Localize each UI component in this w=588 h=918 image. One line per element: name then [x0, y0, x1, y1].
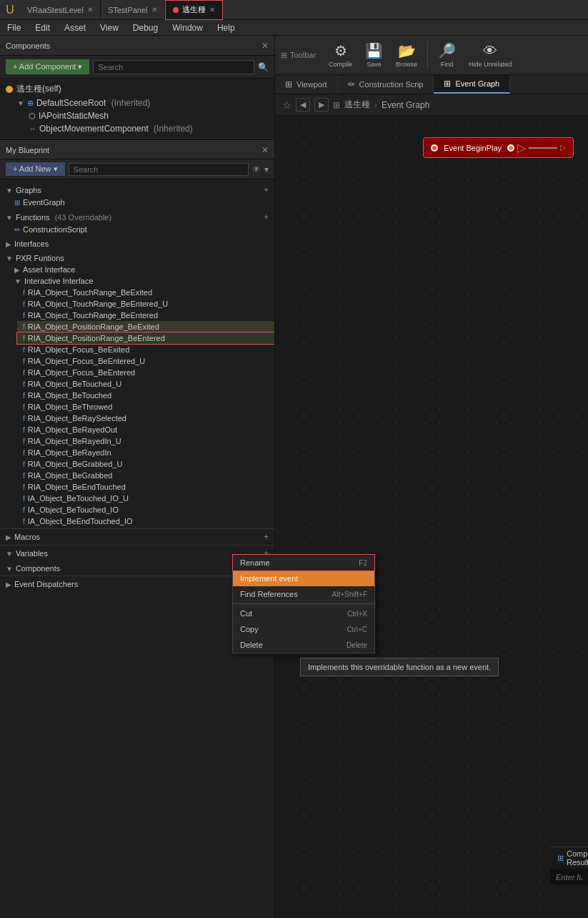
tab-event-graph[interactable]: ⊞ Event Graph [434, 75, 510, 94]
fn-ia-be-touched-io[interactable]: f IA_Object_BeTouched_IO [17, 504, 274, 515]
tab-escape[interactable]: 逃生種 ✕ [165, 0, 223, 20]
fn-pos-range-entered[interactable]: f RIA_Object_PositionRange_BeEntered [17, 332, 274, 344]
components-search-icon[interactable]: 🔍 [258, 62, 269, 72]
node-pin-in [431, 144, 438, 152]
event-graph-label: EventGraph [23, 198, 65, 207]
ctx-rename[interactable]: Rename F2 [233, 555, 374, 571]
interactive-interface-label: Interactive Interface [24, 277, 94, 285]
construction-script-item[interactable]: ✏ ConstructionScript [9, 224, 274, 235]
breadcrumb-root[interactable]: 逃生種 [344, 99, 370, 111]
menu-help[interactable]: Help [210, 20, 242, 36]
asset-interface-header[interactable]: ▶ Asset Interface [9, 264, 274, 275]
save-button[interactable]: 💾 Save [359, 39, 389, 71]
browse-button[interactable]: 📂 Browse [390, 39, 423, 71]
components-close-btn[interactable]: ✕ [261, 41, 269, 51]
eye-icon[interactable]: 👁 [252, 164, 261, 174]
fn-be-touched-u[interactable]: f RIA_Object_BeTouched_U [17, 378, 274, 390]
fn-be-ray-selected[interactable]: f RIA_Object_BeRaySelected [17, 413, 274, 424]
toolbar: ⊞ Toolbar ⚙ Compile 💾 Save 📂 Browse 🔎 Fi… [275, 36, 588, 75]
tab-close-stest[interactable]: ✕ [151, 6, 157, 14]
compiler-results-tab[interactable]: ⊞ Compiler Results [550, 847, 588, 869]
ctx-delete-shortcut: Delete [347, 641, 367, 649]
fn-ia-be-end-touched-io[interactable]: f IA_Object_BeEndTouched_IO [17, 515, 274, 527]
tab-construction-script[interactable]: ✏ Construction Scrip [338, 76, 434, 93]
fn-focus-exited[interactable]: f RIA_Object_Focus_BeExited [17, 344, 274, 355]
menu-view[interactable]: View [93, 20, 126, 36]
ctx-implement-event[interactable]: Implement event [233, 571, 374, 586]
ctx-copy[interactable]: Copy Ctrl+C [233, 621, 374, 637]
tree-item-default-scene-root[interactable]: ▼ ⊕ DefaultSceneRoot (Inherited) [17, 97, 269, 109]
fn-ia-be-touched-io-u[interactable]: f IA_Object_BeTouched_IO_U [17, 493, 274, 504]
ctx-rename-label: Rename [240, 558, 270, 567]
breadcrumb-event-graph[interactable]: Event Graph [382, 100, 429, 110]
forward-button[interactable]: ▶ [314, 98, 329, 112]
bottom-tabs: ⊞ Compiler Results 🔎 Find Results ✕ [550, 847, 588, 869]
fn-be-grabbed-u[interactable]: f RIA_Object_BeGrabbed_U [17, 458, 274, 470]
canvas[interactable]: Event BeginPlay ▷ ▷ [275, 116, 588, 918]
interfaces-header[interactable]: ▶ Interfaces [0, 238, 274, 250]
blueprint-close-btn[interactable]: ✕ [261, 145, 269, 155]
back-button[interactable]: ◀ [296, 98, 310, 112]
fn-focus-entered-u[interactable]: f RIA_Object_Focus_BeEntered_U [17, 355, 274, 367]
add-component-button[interactable]: + Add Component ▾ [6, 59, 89, 74]
star-icon[interactable]: ☆ [282, 99, 291, 111]
menu-window[interactable]: Window [165, 20, 210, 36]
graphs-header[interactable]: ▼ Graphs + [0, 184, 274, 197]
components-search-input[interactable] [93, 60, 254, 74]
fn-be-rayed-out[interactable]: f RIA_Object_BeRayedOut [17, 424, 274, 435]
fn-label-1: RIA_Object_TouchRange_BeExited [28, 288, 152, 297]
functions-header[interactable]: ▼ Functions (43 Overridable) + [0, 211, 274, 224]
functions-add-icon[interactable]: + [264, 212, 269, 222]
blueprint-search-input[interactable] [69, 163, 249, 176]
interactive-interface-header[interactable]: ▼ Interactive Interface [9, 275, 274, 287]
fn-icon-11: f [23, 403, 25, 411]
interactive-collapse-icon: ▼ [14, 277, 21, 285]
ctx-cut[interactable]: Cut Ctrl+X [233, 606, 374, 621]
pxr-section: ▼ PXR Funtions ▶ Asset Interface ▼ Inter… [0, 251, 274, 528]
fn-be-grabbed[interactable]: f RIA_Object_BeGrabbed [17, 470, 274, 481]
tab-close-vr[interactable]: ✕ [87, 6, 93, 14]
ctx-delete[interactable]: Delete Delete [233, 637, 374, 653]
menu-file[interactable]: File [0, 20, 28, 36]
fn-be-rayed-in-u[interactable]: f RIA_Object_BeRayedIn_U [17, 435, 274, 447]
left-panel: Components ✕ + Add Component ▾ 🔍 逃生種(sel… [0, 36, 275, 918]
menu-edit[interactable]: Edit [28, 20, 57, 36]
tree-item-movement[interactable]: ↔ ObjectMovementComponent (Inherited) [29, 122, 269, 135]
compile-button[interactable]: ⚙ Compile [323, 39, 358, 71]
menu-debug[interactable]: Debug [126, 20, 165, 36]
tab-label-escape: 逃生種 [182, 4, 206, 15]
pxr-header[interactable]: ▼ PXR Funtions [0, 252, 274, 264]
tab-s-test-panel[interactable]: STestPanel ✕ [101, 0, 165, 20]
fn-label-5: RIA_Object_PositionRange_BeEntered [28, 334, 165, 342]
ctx-copy-label: Copy [240, 625, 259, 633]
hide-unrelated-button[interactable]: 👁 Hide Unrelated [463, 40, 517, 71]
find-references-input[interactable] [550, 869, 588, 885]
fn-be-throwed[interactable]: f RIA_Object_BeThrowed [17, 401, 274, 413]
macros-header[interactable]: ▶ Macros + [0, 530, 274, 543]
add-new-button[interactable]: + Add New ▾ [6, 162, 65, 176]
tab-close-escape[interactable]: ✕ [209, 6, 215, 14]
fn-focus-entered[interactable]: f RIA_Object_Focus_BeEntered [17, 367, 274, 378]
functions-section: ▼ Functions (43 Overridable) + ✏ Constru… [0, 209, 274, 237]
interfaces-collapse-icon: ▶ [6, 240, 11, 248]
node-exec-out: ▷ ▷ [507, 141, 566, 154]
find-button[interactable]: 🔎 Find [432, 39, 462, 71]
tab-vr-level[interactable]: VRaaStestLevel ✕ [20, 0, 101, 20]
bp-components-label: Components [16, 564, 60, 573]
macros-add-icon[interactable]: + [264, 532, 269, 542]
menu-asset[interactable]: Asset [57, 20, 93, 36]
toolbar-title: ⊞ Toolbar [281, 51, 316, 60]
fn-touch-range-entered-u[interactable]: f RIA_Object_TouchRange_BeEntered_U [17, 298, 274, 310]
filter-icon[interactable]: ▾ [264, 164, 269, 174]
fn-be-touched[interactable]: f RIA_Object_BeTouched [17, 390, 274, 401]
tab-viewport[interactable]: ⊞ Viewport [275, 76, 338, 93]
fn-pos-range-exited[interactable]: f RIA_Object_PositionRange_BeExited [17, 321, 274, 332]
fn-be-rayed-in[interactable]: f RIA_Object_BeRayedIn [17, 447, 274, 458]
fn-touch-range-exited[interactable]: f RIA_Object_TouchRange_BeExited [17, 287, 274, 298]
tree-item-ia-point[interactable]: ⬡ IAPointStaticMesh [29, 109, 269, 122]
event-graph-item[interactable]: ⊞ EventGraph [9, 197, 274, 208]
ctx-find-references[interactable]: Find References Alt+Shift+F [233, 586, 374, 602]
fn-be-end-touched[interactable]: f RIA_Object_BeEndTouched [17, 481, 274, 493]
fn-touch-range-entered[interactable]: f RIA_Object_TouchRange_BeEntered [17, 310, 274, 321]
graphs-add-icon[interactable]: + [264, 185, 269, 195]
